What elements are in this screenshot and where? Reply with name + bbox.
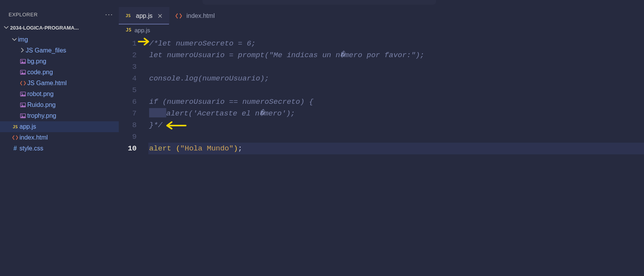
tree-file-stylecss[interactable]: # style.css	[0, 143, 119, 154]
file-label: app.js	[19, 123, 36, 130]
code-text: "Hola Mundo"	[180, 144, 234, 153]
image-file-icon	[19, 102, 27, 108]
line-number: 2	[119, 49, 137, 61]
line-number: 9	[119, 131, 137, 143]
image-file-icon	[19, 91, 27, 97]
line-number: 5	[119, 84, 137, 96]
close-tab-button[interactable]	[157, 12, 164, 19]
code-text: if (numeroUsuario == numeroSecreto) {	[149, 98, 313, 106]
explorer-panel: EXPLORER ··· 2034-LOGICA-PROGRAMA... img	[0, 7, 119, 276]
tab-label: index.html	[187, 12, 215, 19]
file-label: Ruido.png	[27, 101, 56, 108]
code-text: )	[234, 144, 238, 153]
line-number: 3	[119, 61, 137, 73]
image-file-icon	[19, 58, 27, 65]
svg-point-3	[21, 71, 23, 72]
line-number: 7	[119, 108, 137, 119]
window-top-bar	[0, 0, 644, 7]
chevron-down-icon	[2, 24, 10, 31]
line-number: 8	[119, 119, 137, 131]
code-text: ;	[238, 144, 242, 153]
line-number-gutter: 1 2 3 4 5 6 7 8 9 10	[119, 35, 149, 276]
code-text: (	[176, 144, 180, 153]
code-text	[171, 144, 176, 153]
code-editor[interactable]: 1 2 3 4 5 6 7 8 9 10 /*let numeroSecreto…	[119, 35, 644, 276]
folder-label: img	[18, 36, 28, 43]
html-file-icon	[11, 135, 19, 141]
svg-point-7	[21, 104, 23, 105]
explorer-title: EXPLORER	[9, 12, 38, 17]
file-label: style.css	[19, 145, 43, 152]
folder-label: JS Game_files	[26, 47, 66, 54]
file-label: robot.png	[27, 91, 54, 98]
js-file-icon: JS	[126, 27, 131, 33]
tree-file-indexhtml[interactable]: index.html	[0, 132, 119, 143]
file-label: bg.png	[27, 58, 46, 65]
svg-point-9	[21, 115, 23, 116]
close-icon	[157, 13, 163, 19]
file-label: JS Game.html	[27, 80, 67, 87]
code-text: alert('Acertaste el n�mero');	[166, 109, 295, 118]
tree-file-trophy[interactable]: trophy.png	[0, 110, 119, 121]
breadcrumb-file: app.js	[134, 27, 150, 33]
code-text: }*/	[149, 121, 162, 129]
css-file-icon: #	[11, 145, 19, 152]
line-number: 4	[119, 73, 137, 84]
chevron-right-icon	[19, 47, 26, 54]
chevron-down-icon	[11, 36, 18, 44]
js-file-icon: JS	[124, 13, 132, 18]
tree-file-robot[interactable]: robot.png	[0, 89, 119, 100]
line-number: 10	[119, 143, 137, 154]
html-file-icon	[19, 80, 27, 86]
line-number: 1	[119, 38, 137, 49]
image-file-icon	[19, 113, 27, 119]
tree-file-gamehtml[interactable]: JS Game.html	[0, 78, 119, 89]
tab-index-html[interactable]: index.html	[169, 7, 221, 24]
tree-file-bg[interactable]: bg.png	[0, 56, 119, 67]
file-label: code.png	[27, 69, 53, 76]
editor-tab-bar: JS app.js index.html	[119, 7, 644, 24]
line-number: 6	[119, 96, 137, 108]
tree-file-code[interactable]: code.png	[0, 67, 119, 78]
html-file-icon	[175, 12, 183, 19]
svg-point-1	[21, 60, 23, 61]
tree-file-appjs[interactable]: JS app.js	[0, 121, 119, 132]
command-center-placeholder[interactable]	[202, 0, 436, 5]
js-file-icon: JS	[11, 124, 19, 129]
tab-app-js[interactable]: JS app.js	[119, 7, 169, 24]
code-text: /*let numeroSecreto = 6;	[149, 39, 256, 48]
tree-folder-img[interactable]: img	[0, 34, 119, 45]
selection-highlight	[149, 108, 166, 117]
explorer-header: EXPLORER ···	[0, 7, 119, 22]
explorer-more-actions[interactable]: ···	[105, 10, 113, 19]
breadcrumb[interactable]: JS app.js	[119, 24, 644, 35]
file-tree: img JS Game_files bg.png code.png	[0, 33, 119, 154]
code-content[interactable]: /*let numeroSecreto = 6; let numeroUsuar…	[149, 35, 644, 276]
project-root-label: 2034-LOGICA-PROGRAMA...	[10, 25, 79, 31]
tree-folder-gamefiles[interactable]: JS Game_files	[0, 45, 119, 56]
code-text: console.log(numeroUsuario);	[149, 74, 269, 83]
image-file-icon	[19, 69, 27, 75]
code-text: alert	[149, 144, 171, 153]
project-root[interactable]: 2034-LOGICA-PROGRAMA...	[0, 22, 119, 33]
code-text: let numeroUsuario = prompt("Me indicas u…	[149, 51, 424, 59]
tab-label: app.js	[136, 12, 153, 19]
tree-file-ruido[interactable]: Ruido.png	[0, 100, 119, 110]
file-label: trophy.png	[27, 112, 56, 119]
svg-point-5	[21, 93, 23, 94]
file-label: index.html	[19, 134, 48, 141]
